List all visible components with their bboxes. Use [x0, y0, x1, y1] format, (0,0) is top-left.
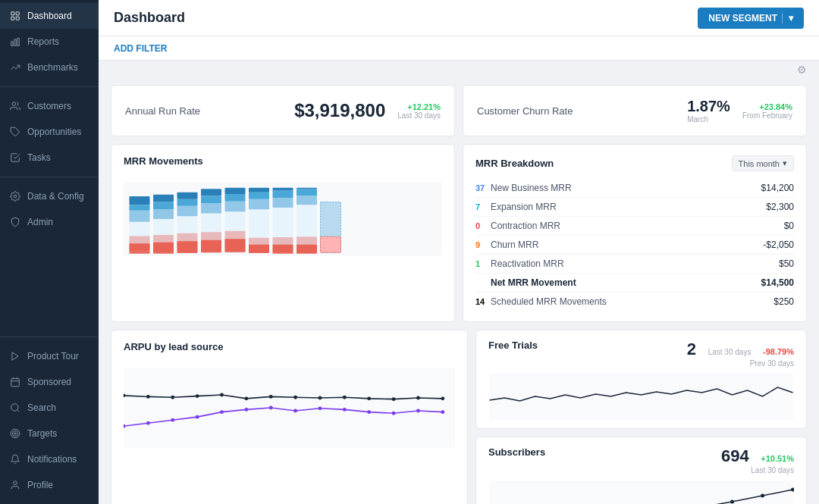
- breakdown-num: 37: [475, 183, 491, 193]
- user-icon: [9, 479, 21, 491]
- sidebar-item-label: Data & Config: [27, 191, 84, 202]
- breakdown-row-churn: 9 Churn MRR -$2,050: [475, 236, 794, 255]
- svg-point-94: [293, 409, 297, 413]
- svg-point-75: [171, 396, 174, 399]
- breakdown-value: $2,300: [766, 202, 794, 212]
- svg-point-93: [269, 406, 273, 410]
- row-metrics-top: Annual Run Rate $3,919,800 +12.21% Last …: [111, 85, 807, 136]
- sidebar-top: Dashboard Reports Benchmarks Customers: [0, 0, 99, 330]
- sidebar-item-search[interactable]: Search: [0, 395, 99, 421]
- sidebar-bottom: Product Tour Sponsored Search Targets No…: [0, 330, 99, 504]
- svg-point-90: [196, 415, 199, 419]
- svg-rect-31: [177, 206, 198, 217]
- svg-point-99: [416, 409, 420, 413]
- svg-rect-49: [177, 241, 198, 253]
- free-trials-card: Free Trials 2 Last 30 days -98.79% Prev …: [475, 330, 807, 429]
- breakdown-row-net: Net MRR Movement $14,500: [475, 274, 794, 293]
- customer-churn-change: +23.84%: [742, 102, 792, 111]
- svg-rect-65: [297, 196, 317, 205]
- add-filter-button[interactable]: ADD FILTER: [114, 43, 167, 54]
- svg-point-83: [367, 396, 371, 400]
- mrr-movements-title: MRR Movements: [124, 155, 442, 167]
- arpu-card: ARPU by lead source: [111, 330, 468, 504]
- sidebar-item-tasks[interactable]: Tasks: [0, 145, 99, 171]
- svg-rect-102: [490, 481, 793, 504]
- subscribers-change: +10.51%: [761, 454, 794, 463]
- bar-chart-icon: [9, 36, 21, 48]
- filter-bar: ADD FILTER: [99, 36, 819, 61]
- users-icon: [9, 100, 21, 112]
- subscribers-sub: Last 30 days: [751, 466, 794, 474]
- customer-churn-change-sub: From February: [742, 111, 792, 120]
- sidebar-item-notifications[interactable]: Notifications: [0, 446, 99, 472]
- sidebar-item-dashboard[interactable]: Dashboard: [0, 3, 99, 29]
- main-content: Dashboard NEW SEGMENT ▾ ADD FILTER ⚙ Ann…: [99, 0, 819, 504]
- sidebar: Dashboard Reports Benchmarks Customers: [0, 0, 99, 504]
- customer-churn-sub: March: [687, 115, 730, 124]
- svg-point-19: [14, 433, 16, 434]
- svg-rect-72: [124, 368, 455, 447]
- breakdown-row-new-biz: 37 New Business MRR $14,200: [475, 179, 794, 198]
- svg-rect-39: [225, 202, 246, 212]
- sidebar-item-label: Sponsored: [27, 377, 71, 387]
- check-icon: [9, 152, 21, 164]
- mrr-movements-chart: [124, 173, 442, 271]
- svg-rect-37: [201, 189, 221, 196]
- svg-rect-32: [177, 199, 198, 206]
- svg-rect-40: [225, 194, 246, 202]
- subscribers-title: Subscribers: [488, 446, 545, 458]
- trending-icon: [9, 61, 21, 74]
- sidebar-item-targets[interactable]: Targets: [0, 421, 99, 446]
- sidebar-item-customers[interactable]: Customers: [0, 93, 99, 119]
- sidebar-item-opportunities[interactable]: Opportunities: [0, 119, 99, 145]
- annual-run-rate-change: +12.21%: [397, 102, 441, 111]
- breakdown-row-reactivation: 1 Reactivation MRR $50: [475, 255, 794, 274]
- target-icon: [9, 427, 21, 440]
- breakdown-label: Expansion MRR: [491, 202, 766, 212]
- page-title: Dashboard: [114, 10, 185, 26]
- svg-rect-5: [14, 39, 16, 45]
- svg-rect-1: [16, 12, 19, 15]
- sidebar-item-data-config[interactable]: Data & Config: [0, 183, 99, 209]
- sidebar-item-label: Tasks: [27, 152, 51, 163]
- sidebar-item-label: Product Tour: [27, 351, 79, 362]
- dashboard-content: Annual Run Rate $3,919,800 +12.21% Last …: [99, 76, 819, 504]
- sidebar-item-profile[interactable]: Profile: [0, 472, 99, 498]
- breakdown-row-contraction: 0 Contraction MRR $0: [475, 217, 794, 236]
- svg-point-20: [14, 481, 17, 485]
- sidebar-item-label: Targets: [27, 428, 57, 439]
- sidebar-item-sponsored[interactable]: Sponsored: [0, 369, 99, 395]
- svg-point-76: [196, 394, 199, 398]
- svg-rect-36: [201, 196, 221, 203]
- free-trials-change: -98.79%: [763, 347, 794, 356]
- sidebar-item-benchmarks[interactable]: Benchmarks: [0, 55, 99, 80]
- svg-point-84: [392, 397, 396, 401]
- sidebar-item-product-tour[interactable]: Product Tour: [0, 343, 99, 369]
- breakdown-filter-button[interactable]: This month ▾: [732, 155, 794, 171]
- sidebar-item-reports[interactable]: Reports: [0, 29, 99, 55]
- svg-rect-69: [297, 245, 317, 254]
- svg-rect-71: [321, 236, 341, 252]
- breakdown-value: $14,200: [761, 183, 794, 193]
- sidebar-item-label: Dashboard: [27, 11, 72, 21]
- gear-icon[interactable]: ⚙: [797, 64, 807, 76]
- breakdown-label: Reactivation MRR: [491, 258, 779, 269]
- sidebar-item-admin[interactable]: Admin: [0, 209, 99, 235]
- svg-rect-0: [11, 12, 14, 15]
- settings-row: ⚙: [99, 61, 819, 76]
- sidebar-item-label: Search: [27, 402, 56, 413]
- svg-rect-57: [249, 245, 269, 253]
- svg-rect-47: [130, 243, 150, 254]
- svg-rect-48: [153, 243, 174, 254]
- customer-churn-value: 1.87%: [687, 98, 730, 115]
- breakdown-filter-label: This month: [739, 159, 780, 168]
- svg-rect-27: [153, 209, 174, 219]
- new-segment-button[interactable]: NEW SEGMENT ▾: [698, 8, 804, 29]
- sidebar-item-label: Opportunities: [27, 127, 81, 137]
- annual-run-rate-label: Annual Run Rate: [125, 105, 200, 117]
- sidebar-item-label: Notifications: [27, 454, 77, 465]
- svg-point-96: [343, 408, 347, 412]
- breakdown-num: 0: [475, 221, 491, 230]
- breakdown-label: Scheduled MRR Movements: [491, 296, 774, 307]
- customer-churn-card: Customer Churn Rate 1.87% March +23.84% …: [463, 85, 807, 136]
